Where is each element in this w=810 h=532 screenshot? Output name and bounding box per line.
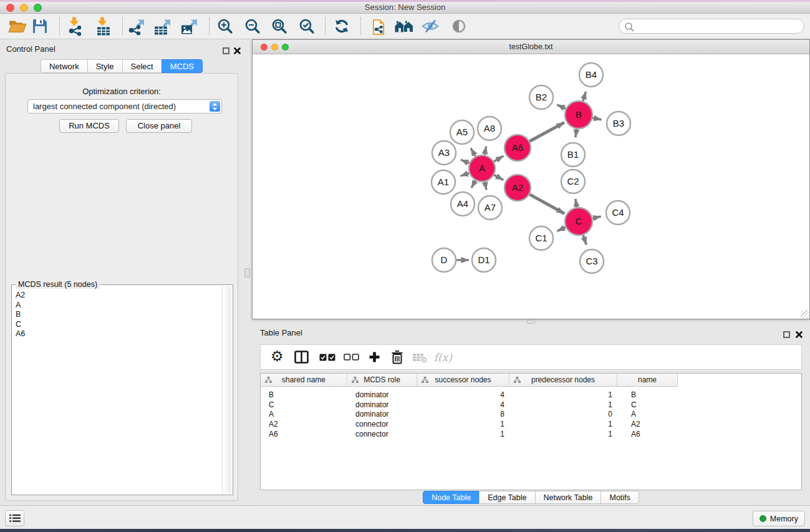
table-cell[interactable]: 1 bbox=[417, 430, 509, 438]
mcds-result-item[interactable]: A2 bbox=[16, 291, 221, 301]
column-header-mcds-role[interactable]: MCDS role bbox=[347, 374, 417, 387]
mcds-result-item[interactable]: C bbox=[16, 320, 221, 330]
column-header-name[interactable]: name bbox=[617, 374, 678, 387]
graph-node[interactable]: C4 bbox=[606, 201, 630, 225]
table-cell[interactable]: 4 bbox=[417, 400, 509, 409]
minimize-traffic-light[interactable] bbox=[20, 4, 28, 12]
table-row[interactable]: A6connector11A6 bbox=[261, 429, 801, 439]
table-cell[interactable]: A2 bbox=[261, 420, 347, 428]
show-columns-icon[interactable] bbox=[294, 351, 309, 364]
table-cell[interactable]: C bbox=[617, 400, 678, 409]
apply-layout-icon[interactable] bbox=[334, 18, 350, 34]
table-cell[interactable]: 8 bbox=[417, 410, 509, 418]
graph-node[interactable]: A4 bbox=[451, 192, 475, 216]
result-list-scrollbar[interactable] bbox=[222, 286, 231, 493]
mcds-result-item[interactable]: B bbox=[16, 310, 221, 320]
table-cell[interactable]: 0 bbox=[509, 410, 617, 418]
graph-edge[interactable] bbox=[471, 148, 475, 156]
table-cell[interactable]: 1 bbox=[509, 390, 617, 399]
export-network-icon[interactable] bbox=[127, 17, 146, 36]
close-traffic-light[interactable] bbox=[6, 4, 14, 12]
network-graph[interactable]: AA1A2A3A4A5A6A7A8BB1B2B3B4CC1C2C3C4DD1 bbox=[253, 55, 809, 319]
column-header-shared-name[interactable]: shared name bbox=[261, 374, 347, 387]
table-float-panel-icon[interactable] bbox=[783, 329, 790, 341]
table-cell[interactable]: 1 bbox=[509, 430, 617, 438]
tab-style[interactable]: Style bbox=[87, 59, 123, 73]
graph-node[interactable]: C3 bbox=[580, 249, 604, 273]
graph-node[interactable]: B1 bbox=[561, 143, 585, 167]
zoom-selected-icon[interactable] bbox=[299, 19, 315, 34]
table-settings-icon[interactable]: ⚙ bbox=[271, 351, 284, 364]
criterion-select[interactable]: largest connected component (directed) bbox=[27, 99, 222, 114]
tab-motifs[interactable]: Motifs bbox=[600, 491, 639, 504]
window-resize-grip[interactable] bbox=[801, 310, 809, 318]
graph-edge[interactable] bbox=[583, 92, 586, 101]
table-cell[interactable]: 4 bbox=[417, 390, 509, 399]
graph-node[interactable]: A1 bbox=[432, 170, 455, 194]
network-minimize-traffic-light[interactable] bbox=[271, 44, 278, 51]
network-close-traffic-light[interactable] bbox=[261, 44, 268, 51]
graph-edge[interactable] bbox=[460, 173, 469, 176]
export-table-icon[interactable] bbox=[153, 17, 172, 36]
graph-edge[interactable] bbox=[471, 180, 476, 188]
import-table-icon[interactable] bbox=[95, 17, 112, 36]
table-close-panel-icon[interactable] bbox=[796, 329, 803, 341]
table-cell[interactable]: 1 bbox=[417, 420, 509, 428]
deselect-all-icon[interactable] bbox=[344, 354, 359, 360]
graph-edge[interactable] bbox=[485, 147, 486, 155]
table-cell[interactable]: A bbox=[617, 410, 678, 418]
open-session-icon[interactable] bbox=[8, 18, 27, 35]
memory-button[interactable]: Memory bbox=[753, 511, 805, 526]
table-cell[interactable]: dominator bbox=[347, 410, 417, 418]
select-all-icon[interactable] bbox=[319, 354, 335, 361]
float-panel-icon[interactable] bbox=[223, 46, 229, 57]
graph-node[interactable]: A3 bbox=[432, 141, 456, 165]
table-cell[interactable]: connector bbox=[347, 420, 417, 428]
graph-edge[interactable] bbox=[576, 199, 577, 208]
graph-edge[interactable] bbox=[593, 118, 602, 120]
graph-edge[interactable] bbox=[529, 195, 564, 214]
graph-node[interactable]: A5 bbox=[450, 120, 474, 144]
table-cell[interactable]: dominator bbox=[347, 390, 417, 399]
run-mcds-button[interactable]: Run MCDS bbox=[59, 119, 119, 133]
graph-node[interactable]: A6 bbox=[504, 135, 531, 161]
graph-node[interactable]: C2 bbox=[561, 170, 585, 193]
column-header-successor-nodes[interactable]: successor nodes bbox=[417, 374, 509, 387]
mcds-result-item[interactable]: A bbox=[16, 301, 221, 311]
table-cell[interactable]: A6 bbox=[617, 430, 678, 438]
table-cell[interactable]: 1 bbox=[509, 420, 617, 428]
graph-edge[interactable] bbox=[494, 156, 504, 162]
graph-node[interactable]: A bbox=[469, 155, 495, 181]
mcds-result-item[interactable]: A6 bbox=[16, 329, 221, 339]
tab-mcds[interactable]: MCDS bbox=[162, 59, 203, 73]
save-session-icon[interactable] bbox=[32, 18, 48, 34]
graph-edge[interactable] bbox=[576, 129, 577, 138]
graph-node[interactable]: B2 bbox=[529, 85, 553, 109]
graph-edge[interactable] bbox=[583, 235, 586, 245]
task-history-button[interactable] bbox=[5, 510, 24, 526]
first-neighbors-icon[interactable] bbox=[395, 19, 414, 34]
table-cell[interactable]: A6 bbox=[261, 430, 347, 438]
table-cell[interactable]: B bbox=[261, 390, 347, 399]
table-cell[interactable]: connector bbox=[347, 430, 417, 438]
graph-node[interactable]: B bbox=[565, 101, 592, 128]
zoom-fit-icon[interactable] bbox=[272, 19, 287, 34]
tab-network[interactable]: Network bbox=[41, 59, 88, 73]
network-zoom-traffic-light[interactable] bbox=[282, 44, 289, 51]
table-row[interactable]: A2connector11A2 bbox=[261, 419, 801, 429]
zoom-traffic-light[interactable] bbox=[34, 4, 42, 12]
graph-edge[interactable] bbox=[461, 160, 470, 163]
table-cell[interactable]: dominator bbox=[347, 400, 417, 409]
graph-edge[interactable] bbox=[557, 227, 566, 231]
horizontal-split-grip[interactable] bbox=[527, 320, 535, 324]
graph-node[interactable]: A8 bbox=[478, 117, 501, 140]
graph-edge[interactable] bbox=[494, 175, 503, 180]
tab-network-table[interactable]: Network Table bbox=[535, 491, 602, 504]
graph-node[interactable]: C1 bbox=[529, 226, 553, 250]
create-column-icon[interactable] bbox=[369, 351, 380, 363]
close-panel-button[interactable]: Close panel bbox=[126, 119, 192, 133]
import-network-icon[interactable] bbox=[67, 17, 84, 36]
hide-selected-icon[interactable] bbox=[421, 19, 440, 34]
table-cell[interactable]: C bbox=[261, 400, 347, 409]
table-cell[interactable]: B bbox=[617, 390, 678, 399]
